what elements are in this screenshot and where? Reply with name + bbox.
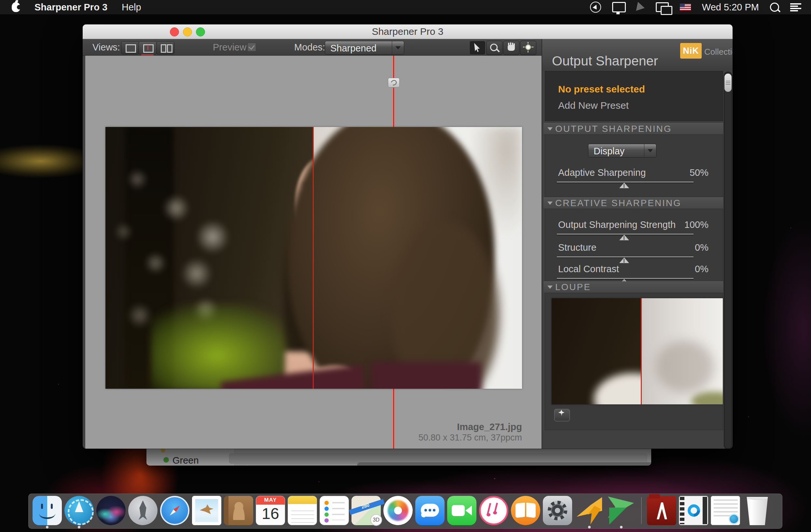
dock-item-facetime[interactable] [447, 496, 476, 528]
panel-scrollbar-thumb[interactable] [724, 74, 732, 92]
view-split-button[interactable] [139, 41, 157, 55]
adobe-acrobat-folder-icon[interactable] [647, 496, 676, 525]
split-line-handle[interactable] [388, 78, 400, 88]
slider-track[interactable] [557, 234, 693, 234]
dock-item-sysprefs[interactable] [543, 496, 572, 528]
menu-clock[interactable]: Wed 5:20 PM [702, 2, 759, 13]
loupe-preview[interactable] [552, 298, 723, 405]
close-button[interactable] [170, 27, 179, 36]
slider-label: Local Contrast [558, 264, 619, 274]
itunes-icon[interactable] [479, 496, 508, 525]
system-preferences-icon[interactable] [543, 496, 572, 525]
cursor-tool-button[interactable] [469, 41, 486, 55]
apple-menu-icon[interactable] [12, 2, 20, 12]
dock-item-photos[interactable] [383, 496, 413, 528]
slider-track[interactable] [557, 278, 693, 279]
loupe-split-line [641, 298, 642, 405]
compass-navigation-icon[interactable] [64, 496, 94, 525]
section-output-sharpening-header[interactable]: OUTPUT SHARPENING [544, 123, 723, 135]
contacts-icon[interactable] [224, 496, 253, 525]
calendar-icon[interactable]: MAY16 [256, 496, 285, 525]
horizontal-scrollbar-track[interactable] [229, 453, 647, 463]
us-flag-icon[interactable] [680, 4, 691, 11]
view-single-button[interactable] [121, 41, 139, 55]
slider-track[interactable] [557, 182, 693, 182]
photo-preview[interactable] [105, 127, 522, 389]
display-icon[interactable] [612, 2, 626, 12]
document-file-icon[interactable] [711, 496, 740, 525]
finder-icon[interactable] [33, 496, 62, 525]
ibooks-icon[interactable] [511, 496, 540, 525]
device-dropdown[interactable]: Display [588, 144, 656, 157]
dock-item-notes[interactable] [288, 496, 317, 528]
background-window[interactable]: Green [147, 446, 651, 466]
slider-handle[interactable] [619, 258, 629, 263]
slider-track[interactable] [557, 257, 693, 257]
dock-item-nik-yellow[interactable] [575, 496, 604, 528]
loupe-well [545, 293, 723, 430]
nik-collection-green-icon[interactable] [607, 496, 636, 525]
dock-item-quicktime[interactable] [679, 496, 708, 528]
facetime-icon[interactable] [447, 496, 476, 525]
quicktime-file-icon[interactable] [679, 496, 708, 525]
zoom-tool-button[interactable] [486, 41, 503, 55]
cursor-app-icon[interactable] [636, 2, 645, 12]
dock-item-contacts[interactable] [224, 496, 253, 528]
dock-item-finder[interactable] [33, 496, 62, 528]
slider-handle[interactable] [619, 183, 629, 188]
menu-help[interactable]: Help [122, 2, 141, 13]
notification-list-icon[interactable] [790, 3, 801, 11]
dock-item-mail[interactable] [192, 496, 221, 528]
pan-tool-button[interactable] [503, 41, 519, 55]
dock-item-acrobat[interactable] [647, 496, 676, 528]
lightbulb-tool-button[interactable] [520, 41, 536, 55]
section-creative-sharpening-header[interactable]: CREATIVE SHARPENING [544, 197, 723, 209]
dual-display-icon[interactable] [656, 2, 669, 12]
modes-dropdown[interactable]: Sharpened Image [325, 41, 404, 55]
green-status-dot [163, 457, 169, 463]
add-new-preset-button[interactable]: Add New Preset [558, 100, 629, 111]
messages-icon[interactable] [415, 496, 445, 525]
dock-item-nik-green[interactable] [607, 496, 636, 528]
launchpad-icon[interactable] [128, 496, 157, 525]
title-bar[interactable]: Sharpener Pro 3 [83, 25, 733, 39]
maps-icon[interactable]: 2803D [351, 496, 381, 525]
dock-item-launchpad[interactable] [128, 496, 157, 528]
horizontal-scrollbar-thumb[interactable] [357, 462, 651, 466]
dock-item-maps[interactable]: 2803D [351, 496, 381, 528]
dock-item-docfile[interactable] [711, 496, 740, 528]
safari-icon[interactable] [160, 496, 189, 525]
image-file-name: Image_271.jpg [105, 422, 522, 432]
trash-icon[interactable] [743, 496, 772, 525]
minimize-button[interactable] [183, 27, 192, 36]
zoom-button[interactable] [196, 27, 205, 36]
search-icon[interactable] [770, 3, 779, 12]
mail-icon[interactable] [192, 496, 221, 525]
dock-item-itunes[interactable] [479, 496, 508, 528]
notes-icon[interactable] [288, 496, 317, 525]
panel-scrollbar-track[interactable] [724, 72, 732, 449]
preset-list[interactable]: No preset selected Add New Preset [545, 71, 723, 121]
location-icon[interactable] [590, 2, 601, 13]
dock-item-ibooks[interactable] [511, 496, 540, 528]
menu-app-name[interactable]: Sharpener Pro 3 [34, 2, 107, 13]
photos-icon[interactable] [383, 496, 413, 525]
photo-split-line[interactable] [313, 127, 314, 389]
nik-collection-yellow-icon[interactable] [575, 496, 604, 525]
slider-handle[interactable] [619, 235, 629, 240]
calendar-day-text: 16 [256, 505, 285, 522]
preview-checkbox[interactable] [247, 43, 256, 51]
image-canvas[interactable]: Image_271.jpg 50.80 x 31.75 cm, 37ppcm [85, 56, 541, 449]
reminders-icon[interactable] [320, 496, 349, 525]
dock-item-trash[interactable] [743, 496, 772, 528]
loupe-pin-button[interactable] [554, 409, 570, 421]
dock-item-calendar[interactable]: MAY16 [256, 496, 285, 528]
dock-item-navigator[interactable] [64, 496, 94, 528]
dock-item-messages[interactable] [415, 496, 445, 528]
view-side-by-side-button[interactable] [156, 41, 174, 55]
siri-icon[interactable] [96, 496, 126, 525]
dock-item-reminders[interactable] [320, 496, 349, 528]
dock-item-safari[interactable] [160, 496, 189, 528]
dock-item-siri[interactable] [96, 496, 126, 528]
section-loupe-header[interactable]: LOUPE [544, 281, 723, 293]
